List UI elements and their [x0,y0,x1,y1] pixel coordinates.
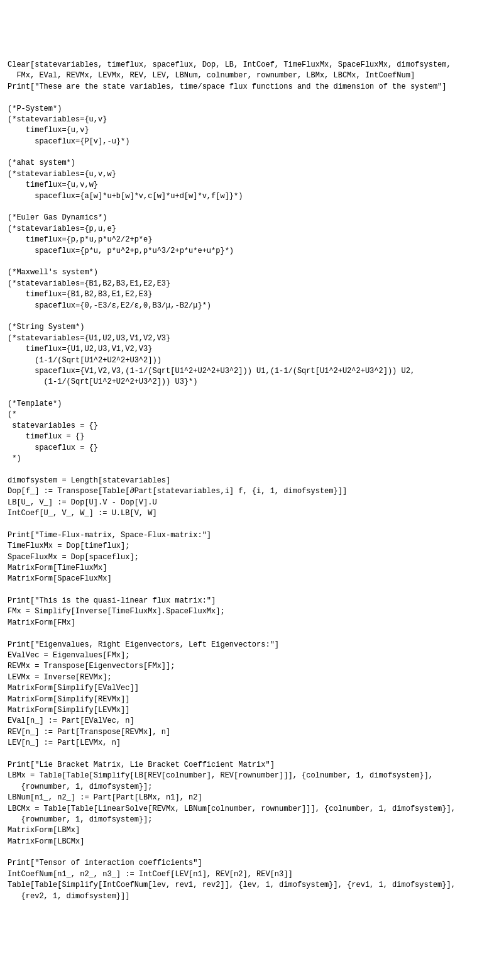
code-line: {rownumber, 1, dimofsystem}]; [8,815,496,825]
code-line: (*statevariables={B1,B2,B3,E1,E2,E3} [8,279,496,289]
code-line: timeflux={U1,U2,U3,V1,V2,V3} [8,344,496,355]
code-line: spaceflux={P[v],-u}*) [8,136,496,147]
code-line: spaceflux={a[w]*u+b[w]*v,c[w]*u+d[w]*v,f… [8,191,496,202]
code-line: (* [8,409,496,420]
code-line: (*statevariables={U1,U2,U3,V1,V2,V3} [8,333,496,344]
code-line: timeflux={u,v,w} [8,180,496,191]
code-line: REVMx = Transpose[Eigenvectors[FMx]]; [8,661,496,672]
code-line: LB[U_, V_] := Dop[U].V - Dop[V].U [8,498,496,508]
code-line [8,147,496,158]
code-line: IntCoefNum[n1_, n2_, n3_] := IntCoef[LEV… [8,869,496,880]
code-line: Dop[f_] := Transpose[Table[∂Part[stateva… [8,486,496,497]
code-line [8,92,496,103]
code-line: Print["Tensor of interaction coefficient… [8,858,496,869]
code-line: {rownumber, 1, dimofsystem}]; [8,782,496,793]
code-content: Clear[statevariables, timeflux, spaceflu… [8,49,496,902]
code-line: MatrixForm[LBCMx] [8,837,496,847]
code-line [8,464,496,475]
code-line: LBCMx = Table[Table[LinearSolve[REVMx, L… [8,804,496,815]
code-line: timeflux={u,v} [8,125,496,136]
code-line: IntCoef[U_, V_, W_] := U.LB[V, W] [8,508,496,519]
code-line: FMx, EVal, REVMx, LEVMx, REV, LEV, LBNum… [8,70,496,81]
code-line: Print["Eigenvalues, Right Eigenvectors, … [8,640,496,650]
code-line: (*statevariables={p,u,e} [8,224,496,235]
code-line: Print["Lie Bracket Matrix, Lie Bracket C… [8,760,496,771]
code-line: MatrixForm[FMx] [8,618,496,628]
code-line: (*P-System*) [8,104,496,114]
code-line: dimofsystem = Length[statevariables] [8,476,496,486]
code-line: MatrixForm[Simplify[EValVec]] [8,683,496,694]
code-line: statevariables = {} [8,421,496,432]
code-line: {rev2, 1, dimofsystem}]] [8,891,496,902]
code-line [8,749,496,760]
code-line: *) [8,454,496,464]
code-line [8,202,496,213]
code-line: EVal[n_] := Part[EValVec, n] [8,716,496,727]
code-line: FMx = Simplify[Inverse[TimeFluxMx].Space… [8,606,496,617]
code-line [8,519,496,530]
code-line [8,847,496,858]
code-line: Print["Time-Flux-matrix, Space-Flux-matr… [8,530,496,541]
code-line: Print["These are the state variables, ti… [8,82,496,92]
code-line: spaceflux = {} [8,443,496,454]
code-line: MatrixForm[Simplify[REVMx]] [8,694,496,705]
code-line: timeflux={p,p*u,p*u^2/2+p*e} [8,235,496,245]
code-line: timeflux = {} [8,432,496,442]
code-line: spaceflux={p*u, p*u^2+p,p*u^3/2+p*u*e+u*… [8,246,496,257]
code-line: (*statevariables={u,v} [8,114,496,125]
code-line: (1-1/(Sqrt[U1^2+U2^2+U3^2])) U3}*) [8,377,496,387]
code-line: Clear[statevariables, timeflux, spaceflu… [8,60,496,70]
code-line [8,257,496,267]
code-line: timeflux={B1,B2,B3,E1,E2,E3} [8,289,496,300]
code-line: (*Maxwell's system*) [8,267,496,278]
code-line [8,628,496,639]
code-line: LEVMx = Inverse[REVMx]; [8,672,496,683]
code-line [8,388,496,399]
code-line: (*String System*) [8,322,496,333]
code-line: spaceflux={0,-E3/ε,E2/ε,0,B3/μ,-B2/μ}*) [8,301,496,311]
code-line: spaceflux={V1,V2,V3,(1-1/(Sqrt[U1^2+U2^2… [8,366,496,377]
code-line: MatrixForm[SpaceFluxMx] [8,574,496,584]
code-line: LEV[n_] := Part[LEVMx, n] [8,738,496,749]
code-line: Print["This is the quasi-linear flux mat… [8,596,496,606]
code-line: Table[Table[Simplify[IntCoefNum[lev, rev… [8,880,496,891]
code-line: (*ahat system*) [8,158,496,169]
code-line: EValVec = Eigenvalues[FMx]; [8,650,496,661]
code-line: (*Euler Gas Dynamics*) [8,213,496,223]
code-line: SpaceFluxMx = Dop[spaceflux]; [8,552,496,563]
code-line: MatrixForm[TimeFluxMx] [8,563,496,574]
code-line: MatrixForm[Simplify[LEVMx]] [8,705,496,716]
code-line: (1-1/(Sqrt[U1^2+U2^2+U3^2])) [8,355,496,366]
code-line [8,311,496,322]
code-line [8,585,496,596]
code-line: LBMx = Table[Table[Simplify[LB[REV[colnu… [8,771,496,781]
code-line: (*statevariables={u,v,w} [8,169,496,180]
code-line: (*Template*) [8,399,496,409]
code-line: REV[n_] := Part[Transpose[REVMx], n] [8,727,496,738]
code-line: MatrixForm[LBMx] [8,825,496,836]
code-line: LBNum[n1_, n2_] := Part[Part[LBMx, n1], … [8,793,496,803]
code-line: TimeFluxMx = Dop[timeflux]; [8,541,496,552]
